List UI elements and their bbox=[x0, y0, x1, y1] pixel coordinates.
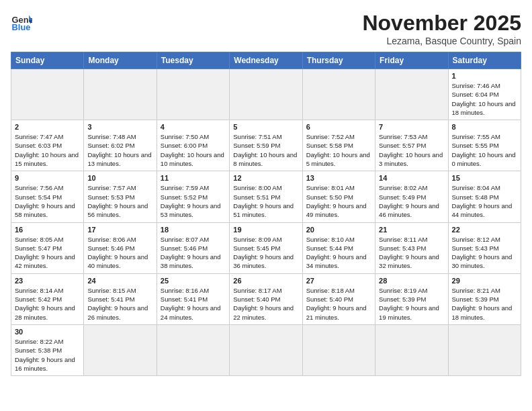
calendar-cell: 6Sunrise: 7:52 AM Sunset: 5:58 PM Daylig… bbox=[302, 120, 375, 171]
day-info: Sunrise: 8:16 AM Sunset: 5:41 PM Dayligh… bbox=[161, 286, 226, 322]
day-number: 24 bbox=[87, 277, 152, 285]
day-info: Sunrise: 8:09 AM Sunset: 5:45 PM Dayligh… bbox=[233, 235, 298, 271]
calendar-cell: 13Sunrise: 8:01 AM Sunset: 5:50 PM Dayli… bbox=[302, 171, 375, 222]
day-info: Sunrise: 7:53 AM Sunset: 5:57 PM Dayligh… bbox=[379, 132, 444, 168]
weekday-header-friday: Friday bbox=[375, 52, 448, 69]
calendar-cell: 20Sunrise: 8:10 AM Sunset: 5:44 PM Dayli… bbox=[302, 222, 375, 273]
day-number: 15 bbox=[452, 174, 517, 182]
calendar-cell: 7Sunrise: 7:53 AM Sunset: 5:57 PM Daylig… bbox=[375, 120, 448, 171]
day-info: Sunrise: 7:51 AM Sunset: 5:59 PM Dayligh… bbox=[233, 132, 298, 168]
calendar-cell bbox=[302, 324, 375, 375]
day-info: Sunrise: 7:52 AM Sunset: 5:58 PM Dayligh… bbox=[306, 132, 371, 168]
title-block: November 2025 Lezama, Basque Country, Sp… bbox=[362, 11, 521, 46]
calendar-cell: 21Sunrise: 8:11 AM Sunset: 5:43 PM Dayli… bbox=[375, 222, 448, 273]
day-number: 9 bbox=[15, 174, 80, 182]
calendar-cell: 28Sunrise: 8:19 AM Sunset: 5:39 PM Dayli… bbox=[375, 273, 448, 324]
day-info: Sunrise: 7:59 AM Sunset: 5:52 PM Dayligh… bbox=[161, 183, 226, 219]
day-info: Sunrise: 8:07 AM Sunset: 5:46 PM Dayligh… bbox=[161, 235, 226, 271]
day-number: 21 bbox=[379, 226, 444, 234]
day-info: Sunrise: 8:22 AM Sunset: 5:38 PM Dayligh… bbox=[15, 337, 80, 373]
day-info: Sunrise: 7:55 AM Sunset: 5:55 PM Dayligh… bbox=[452, 132, 517, 168]
day-number: 20 bbox=[306, 226, 371, 234]
day-number: 8 bbox=[452, 123, 517, 131]
day-info: Sunrise: 8:19 AM Sunset: 5:39 PM Dayligh… bbox=[379, 286, 444, 322]
calendar-cell bbox=[157, 69, 229, 120]
calendar-cell bbox=[84, 69, 157, 120]
week-row-1: 1Sunrise: 7:46 AM Sunset: 6:04 PM Daylig… bbox=[11, 69, 521, 120]
calendar-cell: 16Sunrise: 8:05 AM Sunset: 5:47 PM Dayli… bbox=[11, 222, 84, 273]
day-info: Sunrise: 8:17 AM Sunset: 5:40 PM Dayligh… bbox=[233, 286, 298, 322]
day-number: 6 bbox=[306, 123, 371, 131]
page-header: General Blue November 2025 Lezama, Basqu… bbox=[11, 11, 521, 46]
day-number: 25 bbox=[161, 277, 226, 285]
calendar-cell: 19Sunrise: 8:09 AM Sunset: 5:45 PM Dayli… bbox=[230, 222, 302, 273]
weekday-header-row: SundayMondayTuesdayWednesdayThursdayFrid… bbox=[11, 52, 521, 69]
day-info: Sunrise: 8:10 AM Sunset: 5:44 PM Dayligh… bbox=[306, 235, 371, 271]
weekday-header-saturday: Saturday bbox=[448, 52, 521, 69]
calendar-cell: 22Sunrise: 8:12 AM Sunset: 5:43 PM Dayli… bbox=[448, 222, 521, 273]
calendar-cell: 9Sunrise: 7:56 AM Sunset: 5:54 PM Daylig… bbox=[11, 171, 84, 222]
calendar-cell: 30Sunrise: 8:22 AM Sunset: 5:38 PM Dayli… bbox=[11, 324, 84, 375]
day-number: 14 bbox=[379, 174, 444, 182]
calendar-table: SundayMondayTuesdayWednesdayThursdayFrid… bbox=[11, 52, 521, 376]
calendar-cell bbox=[448, 324, 521, 375]
day-number: 19 bbox=[233, 226, 298, 234]
calendar-cell: 5Sunrise: 7:51 AM Sunset: 5:59 PM Daylig… bbox=[230, 120, 302, 171]
day-info: Sunrise: 8:00 AM Sunset: 5:51 PM Dayligh… bbox=[233, 183, 298, 219]
calendar-cell: 8Sunrise: 7:55 AM Sunset: 5:55 PM Daylig… bbox=[448, 120, 521, 171]
week-row-2: 2Sunrise: 7:47 AM Sunset: 6:03 PM Daylig… bbox=[11, 120, 521, 171]
day-info: Sunrise: 7:48 AM Sunset: 6:02 PM Dayligh… bbox=[87, 132, 152, 168]
day-info: Sunrise: 8:11 AM Sunset: 5:43 PM Dayligh… bbox=[379, 235, 444, 271]
day-number: 18 bbox=[161, 226, 226, 234]
calendar-cell bbox=[230, 69, 302, 120]
week-row-6: 30Sunrise: 8:22 AM Sunset: 5:38 PM Dayli… bbox=[11, 324, 521, 375]
day-info: Sunrise: 8:18 AM Sunset: 5:40 PM Dayligh… bbox=[306, 286, 371, 322]
week-row-3: 9Sunrise: 7:56 AM Sunset: 5:54 PM Daylig… bbox=[11, 171, 521, 222]
calendar-cell: 1Sunrise: 7:46 AM Sunset: 6:04 PM Daylig… bbox=[448, 69, 521, 120]
day-number: 5 bbox=[233, 123, 298, 131]
calendar-cell bbox=[302, 69, 375, 120]
weekday-header-tuesday: Tuesday bbox=[157, 52, 229, 69]
day-info: Sunrise: 8:05 AM Sunset: 5:47 PM Dayligh… bbox=[15, 235, 80, 271]
calendar-cell: 14Sunrise: 8:02 AM Sunset: 5:49 PM Dayli… bbox=[375, 171, 448, 222]
day-number: 1 bbox=[452, 72, 517, 80]
calendar-cell bbox=[375, 69, 448, 120]
logo-icon: General Blue bbox=[11, 11, 32, 32]
calendar-cell: 25Sunrise: 8:16 AM Sunset: 5:41 PM Dayli… bbox=[157, 273, 229, 324]
day-number: 4 bbox=[161, 123, 226, 131]
week-row-5: 23Sunrise: 8:14 AM Sunset: 5:42 PM Dayli… bbox=[11, 273, 521, 324]
day-number: 29 bbox=[452, 277, 517, 285]
day-info: Sunrise: 8:04 AM Sunset: 5:48 PM Dayligh… bbox=[452, 183, 517, 219]
day-info: Sunrise: 8:06 AM Sunset: 5:46 PM Dayligh… bbox=[87, 235, 152, 271]
calendar-cell bbox=[230, 324, 302, 375]
calendar-cell: 4Sunrise: 7:50 AM Sunset: 6:00 PM Daylig… bbox=[157, 120, 229, 171]
calendar-cell: 23Sunrise: 8:14 AM Sunset: 5:42 PM Dayli… bbox=[11, 273, 84, 324]
day-info: Sunrise: 7:50 AM Sunset: 6:00 PM Dayligh… bbox=[161, 132, 226, 168]
location: Lezama, Basque Country, Spain bbox=[362, 36, 521, 46]
day-number: 10 bbox=[87, 174, 152, 182]
day-number: 22 bbox=[452, 226, 517, 234]
month-title: November 2025 bbox=[362, 11, 521, 36]
weekday-header-wednesday: Wednesday bbox=[230, 52, 302, 69]
day-number: 30 bbox=[15, 328, 80, 336]
calendar-cell: 12Sunrise: 8:00 AM Sunset: 5:51 PM Dayli… bbox=[230, 171, 302, 222]
calendar-cell: 17Sunrise: 8:06 AM Sunset: 5:46 PM Dayli… bbox=[84, 222, 157, 273]
calendar-cell: 24Sunrise: 8:15 AM Sunset: 5:41 PM Dayli… bbox=[84, 273, 157, 324]
day-number: 3 bbox=[87, 123, 152, 131]
calendar-cell: 2Sunrise: 7:47 AM Sunset: 6:03 PM Daylig… bbox=[11, 120, 84, 171]
weekday-header-sunday: Sunday bbox=[11, 52, 84, 69]
svg-text:Blue: Blue bbox=[12, 22, 31, 32]
day-number: 7 bbox=[379, 123, 444, 131]
day-info: Sunrise: 8:01 AM Sunset: 5:50 PM Dayligh… bbox=[306, 183, 371, 219]
week-row-4: 16Sunrise: 8:05 AM Sunset: 5:47 PM Dayli… bbox=[11, 222, 521, 273]
weekday-header-monday: Monday bbox=[84, 52, 157, 69]
calendar-cell bbox=[84, 324, 157, 375]
day-info: Sunrise: 8:21 AM Sunset: 5:39 PM Dayligh… bbox=[452, 286, 517, 322]
day-number: 13 bbox=[306, 174, 371, 182]
day-number: 23 bbox=[15, 277, 80, 285]
logo: General Blue bbox=[11, 11, 32, 32]
calendar-cell: 18Sunrise: 8:07 AM Sunset: 5:46 PM Dayli… bbox=[157, 222, 229, 273]
calendar-cell: 11Sunrise: 7:59 AM Sunset: 5:52 PM Dayli… bbox=[157, 171, 229, 222]
calendar-cell bbox=[11, 69, 84, 120]
day-info: Sunrise: 8:14 AM Sunset: 5:42 PM Dayligh… bbox=[15, 286, 80, 322]
